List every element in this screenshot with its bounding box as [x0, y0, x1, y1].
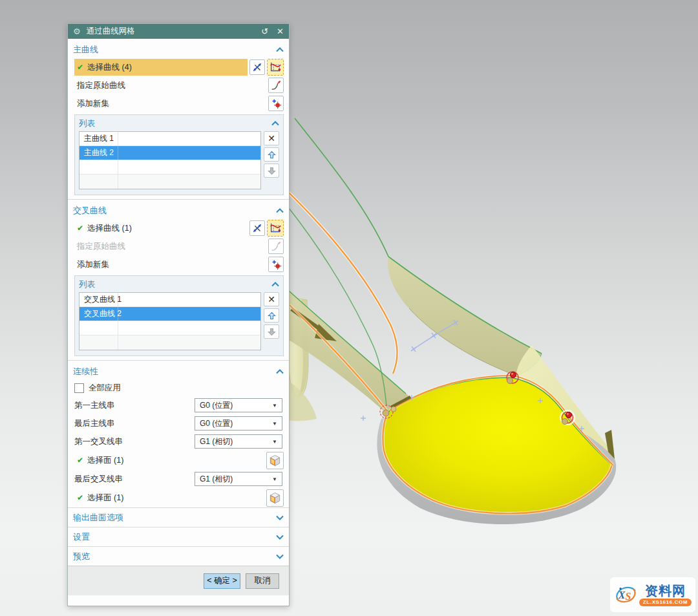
dropdown-arrow-icon: ▼ [272, 403, 277, 409]
cancel-button[interactable]: 取消 [246, 573, 279, 589]
watermark-badge: X S 资料网 ZL.XS1616.COM [610, 577, 695, 612]
swap-arrows-icon [251, 61, 263, 73]
chevron-up-icon[interactable] [276, 47, 284, 52]
origin-curve-button[interactable] [268, 78, 284, 93]
chevron-down-icon[interactable] [276, 515, 284, 520]
svg-text:X: X [618, 589, 626, 600]
select-face-field[interactable]: ✔ 选择面 (1) [74, 455, 266, 466]
last-cross-row: 最后交叉线串 G1 (相切) ▼ [72, 470, 285, 488]
last-primary-row: 最后主线串 G0 (位置) ▼ [72, 414, 285, 432]
curve-collector-button[interactable] [267, 59, 284, 76]
chevron-down-icon[interactable] [276, 554, 284, 559]
chevron-down-icon[interactable] [276, 535, 284, 540]
check-icon: ✔ [77, 63, 83, 72]
origin-curve-icon [270, 80, 282, 91]
select-face-field[interactable]: ✔ 选择面 (1) [74, 493, 266, 504]
chevron-up-icon[interactable] [271, 282, 279, 287]
back-strap-surface [388, 257, 541, 376]
face-collector-button[interactable] [266, 489, 284, 507]
dialog-footer: < 确定 > 取消 [68, 566, 289, 595]
slingback-outer-edge-curve [295, 118, 388, 257]
apply-all-checkbox[interactable] [74, 383, 84, 393]
chevron-up-icon[interactable] [276, 369, 284, 374]
chevron-up-icon[interactable] [271, 121, 279, 126]
arrow-up-icon [268, 151, 276, 159]
section-cross-curves: 交叉曲线 ✔ 选择曲线 (1) [68, 199, 289, 356]
dialog-titlebar[interactable]: ⚙ 通过曲线网格 ↺ ✕ [68, 24, 289, 39]
first-cross-dropdown[interactable]: G1 (相切) ▼ [195, 434, 282, 449]
first-primary-row: 第一主线串 G0 (位置) ▼ [72, 396, 285, 414]
add-new-set-button[interactable] [268, 257, 284, 272]
primary-specify-origin-curve[interactable]: 指定原始曲线 [74, 77, 266, 94]
cross-add-new-set[interactable]: 添加新集 [74, 256, 266, 273]
section-header-cross[interactable]: 交叉曲线 [72, 202, 285, 219]
section-header-continuity[interactable]: 连续性 [72, 363, 285, 380]
primary-list-group: 列表 主曲线 1 主曲线 2 ✕ [74, 114, 284, 195]
face-collector-button[interactable] [266, 452, 284, 469]
origin-curve-icon [270, 240, 282, 252]
first-primary-label: 第一主线串 [74, 400, 195, 411]
list-item[interactable]: 交叉曲线 1 [79, 293, 260, 307]
list-item-selected[interactable]: 交叉曲线 2 [79, 307, 260, 321]
list-item-selected[interactable]: 主曲线 2 [79, 146, 260, 160]
face-cube-icon [268, 491, 282, 505]
apply-all-label: 全部应用 [89, 383, 121, 394]
last-primary-dropdown[interactable]: G0 (位置) ▼ [195, 416, 282, 430]
through-curve-mesh-dialog: ⚙ 通过曲线网格 ↺ ✕ 主曲线 ✔ 选择曲线 (4) [67, 23, 290, 606]
select-face-row-2: ✔ 选择面 (1) [72, 488, 285, 507]
primary-add-new-set[interactable]: 添加新集 [74, 95, 266, 112]
dialog-title: 通过曲线网格 [87, 26, 253, 37]
dropdown-arrow-icon: ▼ [272, 439, 277, 445]
dropdown-arrow-icon: ▼ [272, 476, 277, 482]
cross-select-row: ✔ 选择曲线 (1) [72, 219, 285, 237]
cross-curve-list: 交叉曲线 1 交叉曲线 2 [79, 292, 261, 350]
primary-list-header[interactable]: 列表 [79, 117, 279, 130]
last-cross-dropdown[interactable]: G1 (相切) ▼ [195, 472, 282, 486]
section-header-primary[interactable]: 主曲线 [72, 41, 285, 58]
first-cross-label: 第一交叉线串 [74, 436, 195, 447]
list-item-empty[interactable] [79, 335, 260, 350]
move-up-button[interactable] [264, 308, 279, 323]
swap-direction-button[interactable] [249, 220, 265, 236]
section-header-settings[interactable]: 设置 [68, 527, 289, 546]
reset-icon[interactable]: ↺ [261, 27, 268, 36]
primary-select-row: ✔ 选择曲线 (4) [72, 58, 285, 76]
primary-select-curve-field[interactable]: ✔ 选择曲线 (4) [74, 59, 248, 76]
first-cross-row: 第一交叉线串 G1 (相切) ▼ [72, 432, 285, 451]
watermark-site-name: 资料网 [645, 584, 686, 598]
remove-item-button[interactable]: ✕ [264, 292, 279, 306]
primary-specify-row: 指定原始曲线 [72, 76, 285, 94]
add-new-set-button[interactable] [268, 96, 284, 111]
swap-direction-button[interactable] [249, 59, 265, 75]
cross-list-header[interactable]: 列表 [79, 278, 279, 291]
watermark-url: ZL.XS1616.COM [639, 599, 692, 606]
cross-add-row: 添加新集 [72, 255, 285, 273]
list-item-empty[interactable] [79, 175, 260, 189]
move-down-button[interactable] [264, 164, 279, 178]
curve-mesh-icon [269, 61, 282, 74]
ok-button[interactable]: < 确定 > [204, 573, 240, 589]
apply-all-row: 全部应用 [72, 380, 285, 396]
select-face-row-1: ✔ 选择面 (1) [72, 451, 285, 470]
add-set-icon [270, 259, 282, 270]
list-item-empty[interactable] [79, 321, 260, 335]
move-up-button[interactable] [264, 147, 279, 162]
section-continuity: 连续性 全部应用 第一主线串 G0 (位置) ▼ 最后主线串 G0 (位置) ▼… [68, 360, 289, 507]
last-primary-label: 最后主线串 [74, 418, 195, 429]
primary-curve-list: 主曲线 1 主曲线 2 [79, 131, 261, 189]
check-icon: ✔ [77, 493, 83, 502]
section-header-output-options[interactable]: 输出曲面选项 [68, 507, 289, 527]
face-cube-icon [268, 454, 282, 467]
curve-mesh-icon [269, 222, 282, 235]
dropdown-arrow-icon: ▼ [272, 421, 277, 427]
cross-select-curve-field[interactable]: ✔ 选择曲线 (1) [74, 220, 248, 237]
list-item-empty[interactable] [79, 160, 260, 175]
section-header-preview[interactable]: 预览 [68, 546, 289, 566]
first-primary-dropdown[interactable]: G0 (位置) ▼ [195, 398, 282, 412]
list-item[interactable]: 主曲线 1 [79, 132, 260, 146]
curve-collector-button[interactable] [267, 220, 284, 237]
close-icon[interactable]: ✕ [277, 27, 284, 36]
chevron-up-icon[interactable] [276, 208, 284, 213]
move-down-button[interactable] [264, 324, 279, 339]
remove-item-button[interactable]: ✕ [264, 131, 279, 145]
